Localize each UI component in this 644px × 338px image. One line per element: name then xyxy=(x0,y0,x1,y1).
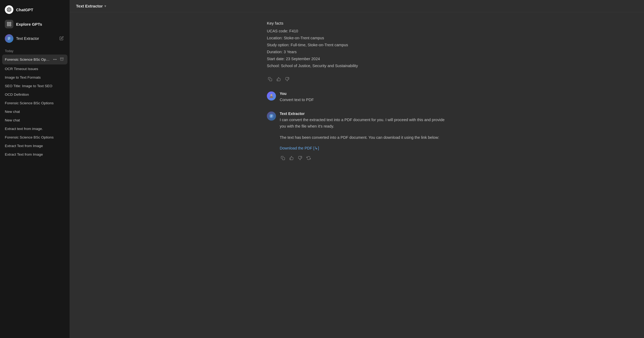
thumbs-down-button[interactable] xyxy=(284,76,290,83)
user-sender-label: You xyxy=(280,91,447,96)
assistant-refresh-button[interactable] xyxy=(305,155,312,162)
key-facts-block: Key facts UCAS code: F410 Location: Stok… xyxy=(260,21,453,83)
assistant-message: Text Extractor I can convert the extract… xyxy=(267,112,447,162)
key-facts-title: Key facts xyxy=(267,21,447,25)
copy-button[interactable] xyxy=(267,76,273,83)
explore-gpts-label: Explore GPTs xyxy=(16,22,42,26)
chevron-down-icon: ▾ xyxy=(104,4,106,8)
text-extractor-row: Text Extractor xyxy=(2,32,67,45)
user-message-content: You Convert text to PDF xyxy=(280,91,447,103)
chat-item-label: OCD Definition xyxy=(5,93,65,97)
assistant-copy-button[interactable] xyxy=(280,155,286,162)
assistant-paragraph-1: I can convert the extracted text into a … xyxy=(280,117,447,130)
svg-rect-6 xyxy=(270,79,272,81)
explore-gpts-button[interactable]: Explore GPTs xyxy=(2,17,67,31)
sidebar: ChatGPT Explore GPTs Text Extractor xyxy=(0,0,70,338)
key-facts-school: School: School of Justice, Security and … xyxy=(267,62,447,69)
chat-item-label: Extract Text from Image xyxy=(5,144,65,148)
sidebar-item-forensic-active[interactable]: Forensic Science BSc Opt… ••• xyxy=(2,55,67,64)
sidebar-item-seo-title[interactable]: SEO Title: Image to Text SEO xyxy=(2,82,67,90)
assistant-paragraph-2: The text has been converted into a PDF d… xyxy=(280,135,447,141)
chat-item-label: Extract Text from Image xyxy=(5,152,65,156)
sidebar-item-ocr-timeout[interactable]: OCR Timeout Issues xyxy=(2,65,67,73)
chat-item-label: New chat xyxy=(5,110,65,114)
new-chat-edit-button[interactable] xyxy=(58,35,65,42)
sidebar-item-extract-text-2[interactable]: Extract Text from Image xyxy=(2,142,67,150)
svg-rect-2 xyxy=(7,25,9,26)
sidebar-item-image-to-text[interactable]: Image to Text Formats xyxy=(2,73,67,82)
main-title-text: Text Extractor xyxy=(76,4,103,8)
key-facts-start: Start date: 23 September 2024 xyxy=(267,55,447,62)
chat-item-label: Forensic Science BSc Options xyxy=(5,101,65,105)
svg-rect-1 xyxy=(10,22,11,24)
sidebar-item-forensic-bsc-2[interactable]: Forensic Science BSc Options xyxy=(2,133,67,141)
chat-item-label: SEO Title: Image to Text SEO xyxy=(5,84,65,88)
key-facts-content: Key facts UCAS code: F410 Location: Stok… xyxy=(267,21,447,70)
svg-rect-9 xyxy=(282,158,285,160)
sidebar-app-header: ChatGPT xyxy=(2,3,67,16)
svg-rect-5 xyxy=(60,58,63,59)
key-facts-actions xyxy=(267,76,447,83)
sidebar-item-forensic-bsc-1[interactable]: Forensic Science BSc Options xyxy=(2,99,67,107)
chat-messages: Key facts UCAS code: F410 Location: Stok… xyxy=(70,12,644,338)
main-panel: Text Extractor ▾ Key facts UCAS code: F4… xyxy=(70,0,644,338)
assistant-avatar xyxy=(267,112,276,121)
sidebar-item-extract-text-1[interactable]: Extract text from image. xyxy=(2,125,67,133)
chat-item-label: Forensic Science BSc Options xyxy=(5,135,65,139)
text-extractor-name: Text Extractor xyxy=(16,36,39,41)
explore-gpts-icon xyxy=(5,20,13,28)
chat-item-more-button[interactable]: ••• xyxy=(52,57,58,62)
chat-item-label: Forensic Science BSc Opt… xyxy=(5,57,50,62)
assistant-actions xyxy=(280,155,447,162)
today-section-label: Today xyxy=(2,46,67,55)
sidebar-item-new-chat-1[interactable]: New chat xyxy=(2,107,67,116)
sidebar-item-extract-text-3[interactable]: Extract Text from Image xyxy=(2,150,67,159)
chat-item-archive-button[interactable] xyxy=(59,57,65,62)
user-message-block: You Convert text to PDF xyxy=(260,91,453,103)
chat-item-label: Image to Text Formats xyxy=(5,75,65,79)
thumbs-up-button[interactable] xyxy=(275,76,282,83)
key-facts-ucas: UCAS code: F410 xyxy=(267,28,447,34)
svg-rect-0 xyxy=(7,22,9,24)
user-avatar xyxy=(267,91,276,101)
chat-item-actions: ••• xyxy=(52,57,65,62)
sidebar-item-new-chat-2[interactable]: New chat xyxy=(2,116,67,124)
chat-item-label: Extract text from image. xyxy=(5,127,65,131)
assistant-thumbs-up-button[interactable] xyxy=(288,155,295,162)
svg-point-7 xyxy=(271,94,272,96)
assistant-message-block: Text Extractor I can convert the extract… xyxy=(260,112,453,162)
assistant-thumbs-down-button[interactable] xyxy=(297,155,303,162)
chat-item-label: OCR Timeout Issues xyxy=(5,67,65,71)
key-facts-duration: Duration: 3 Years xyxy=(267,48,447,55)
key-facts-study: Study option: Full-time, Stoke-on-Trent … xyxy=(267,41,447,48)
user-message: You Convert text to PDF xyxy=(267,91,447,103)
chat-list: Forensic Science BSc Opt… ••• OCR Timeou… xyxy=(2,55,67,159)
main-title-button[interactable]: Text Extractor ▾ xyxy=(76,4,106,8)
user-message-text: Convert text to PDF xyxy=(280,97,447,103)
assistant-message-content: Text Extractor I can convert the extract… xyxy=(280,112,447,162)
assistant-sender-label: Text Extractor xyxy=(280,112,447,116)
svg-rect-3 xyxy=(10,25,11,26)
text-extractor-left: Text Extractor xyxy=(5,34,39,43)
key-facts-location: Location: Stoke-on-Trent campus xyxy=(267,34,447,41)
app-title: ChatGPT xyxy=(16,7,33,12)
sidebar-item-ocd-def[interactable]: OCD Definition xyxy=(2,90,67,99)
chat-item-label: New chat xyxy=(5,118,65,122)
download-pdf-link[interactable]: Download the PDF [↳] xyxy=(280,146,319,150)
text-extractor-avatar xyxy=(5,34,13,43)
main-header: Text Extractor ▾ xyxy=(70,0,644,12)
chatgpt-logo xyxy=(5,5,13,14)
